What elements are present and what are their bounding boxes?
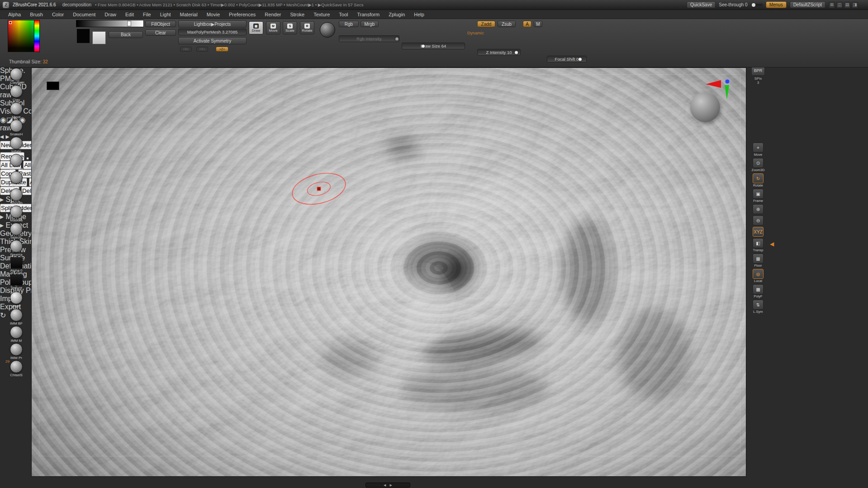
dock-item[interactable]: Inflate xyxy=(4,137,28,154)
symmetry-x-button[interactable]: >X< xyxy=(180,47,192,52)
alpha-quick-button[interactable]: A xyxy=(523,21,531,27)
ramp-marker[interactable] xyxy=(127,21,131,26)
color-picker[interactable] xyxy=(8,20,40,52)
dock-item[interactable]: Move xyxy=(4,102,28,120)
dock-item[interactable]: Clay xyxy=(4,85,28,102)
menu-item[interactable]: Brush xyxy=(30,12,43,17)
rotate-viewport-icon[interactable]: ↻ xyxy=(753,173,764,183)
dynamic-mode-label[interactable]: Dynamic xyxy=(467,30,484,35)
mrgb-button[interactable]: Mrgb xyxy=(360,21,379,27)
axis-gizmo[interactable] xyxy=(705,76,734,105)
maxpoly-slider[interactable]: MaxPolyPerMesh 3.27085 xyxy=(178,29,247,35)
viewport-canvas[interactable] xyxy=(31,67,746,477)
hue-bar[interactable] xyxy=(34,20,39,52)
draw-size-slider[interactable]: Draw Size 64 xyxy=(402,43,465,49)
menu-item[interactable]: Transform xyxy=(357,12,379,17)
dock-item[interactable]: IMM Pr xyxy=(4,343,28,360)
dock-item[interactable]: Smooth xyxy=(4,188,28,206)
nav-button[interactable]: ⊖ xyxy=(751,215,765,225)
dock-item[interactable]: SelectL xyxy=(4,223,28,240)
dock-item[interactable]: ClayBui xyxy=(4,68,28,85)
scale-mode-button[interactable]: S Scale xyxy=(283,21,297,34)
nav-button[interactable]: XYZ xyxy=(751,227,765,237)
dock-item[interactable]: FreeHa xyxy=(4,240,28,257)
nav-button[interactable]: ⇅ L.Sym xyxy=(751,300,765,314)
focal-shift-slider[interactable]: Focal Shift 0 xyxy=(547,56,587,62)
dock-item[interactable]: MaskLa xyxy=(4,206,28,223)
default-zscript-button[interactable]: DefaultZScript xyxy=(790,1,825,8)
split-view-icon[interactable]: ◫ xyxy=(836,2,843,8)
scroll-left-icon[interactable]: ◀ xyxy=(384,483,386,487)
dock-item[interactable]: SnakeH xyxy=(4,120,28,137)
menu-item[interactable]: Draw xyxy=(104,12,116,17)
menu-item[interactable]: Zplugin xyxy=(389,12,405,17)
material-quick-button[interactable]: M xyxy=(534,21,542,27)
scroll-right-icon[interactable]: ▶ xyxy=(390,483,392,487)
local-transform-icon[interactable]: ◎ xyxy=(753,269,764,279)
quicksave-button[interactable]: QuickSave xyxy=(687,1,716,8)
menu-item[interactable]: Alpha xyxy=(8,12,21,17)
menu-item[interactable]: Light xyxy=(160,12,171,17)
menu-item[interactable]: Help xyxy=(414,12,424,17)
menu-item[interactable]: Material xyxy=(180,12,198,17)
symmetry-z-button[interactable]: >Z< xyxy=(216,47,228,52)
current-material-thumbnail[interactable] xyxy=(320,22,335,38)
rgb-button[interactable]: Rgb xyxy=(339,21,359,27)
panes-icon[interactable]: ⊞ xyxy=(829,2,835,8)
shade-icon[interactable]: ◨ xyxy=(852,2,858,8)
lightbox-projects-button[interactable]: Lightbox▶Projects xyxy=(178,20,247,28)
zadd-button[interactable]: Zadd xyxy=(477,21,495,27)
nav-button[interactable]: ▣ Frame xyxy=(751,189,765,203)
zsub-button[interactable]: Zsub xyxy=(498,21,516,27)
zoom-in-icon[interactable]: ⊕ xyxy=(753,204,764,214)
see-through-slider[interactable] xyxy=(751,4,763,6)
menus-button[interactable]: Menus xyxy=(766,1,787,8)
tray-divider-arrow-icon[interactable]: ◀ xyxy=(770,241,774,247)
dock-item[interactable]: Alpha 0 xyxy=(4,257,28,274)
move-viewport-icon[interactable]: + xyxy=(753,143,764,153)
switch-color-back-button[interactable]: Back xyxy=(109,31,143,38)
zoom-out-icon[interactable]: ⊖ xyxy=(753,215,764,225)
nav-button[interactable]: + Move xyxy=(751,143,765,157)
nav-button[interactable]: ▦ Floor xyxy=(751,254,765,268)
polyframe-icon[interactable]: ▩ xyxy=(753,284,764,294)
menu-item[interactable]: Tool xyxy=(339,12,348,17)
scroll-left-icon[interactable]: ◂ xyxy=(0,133,4,140)
menu-item[interactable]: Document xyxy=(73,12,95,17)
dock-item[interactable]: DamSta xyxy=(4,154,28,171)
fill-object-button[interactable]: FillObject xyxy=(145,21,176,27)
nav-button[interactable]: ⊙ Zoom3D xyxy=(751,158,765,172)
menu-item[interactable]: Edit xyxy=(125,12,134,17)
canvas-scrollbar[interactable]: ◀ ▶ xyxy=(365,483,410,488)
xyz-axis-icon[interactable]: XYZ xyxy=(753,227,764,237)
menu-item[interactable]: Stroke xyxy=(290,12,304,17)
alt-color-swatch[interactable] xyxy=(92,31,106,44)
nav-button[interactable]: ⊕ xyxy=(751,204,765,214)
dock-item[interactable]: IMM M xyxy=(4,326,28,343)
floor-grid-icon[interactable]: ▦ xyxy=(753,254,764,263)
activate-symmetry-button[interactable]: Activate Symmetry xyxy=(178,37,247,44)
frame-icon[interactable]: ▣ xyxy=(753,189,764,199)
nav-button[interactable]: ↻ Rotate xyxy=(751,173,765,187)
dock-item[interactable]: Paint xyxy=(4,171,28,188)
z-intensity-slider[interactable]: Z Intensity 10 xyxy=(477,49,521,56)
nav-button[interactable]: ◎ Local xyxy=(751,269,765,283)
menu-item[interactable]: Preferences xyxy=(229,12,256,17)
menu-item[interactable]: Color xyxy=(52,12,64,17)
menu-item[interactable]: Movie xyxy=(207,12,220,17)
transparency-icon[interactable]: ◧ xyxy=(753,238,764,248)
zoom3d-icon[interactable]: ⊙ xyxy=(753,158,764,168)
slider-handle[interactable] xyxy=(752,3,755,7)
dock-item[interactable]: Texture xyxy=(4,274,28,292)
menu-item[interactable]: Render xyxy=(265,12,281,17)
rgb-intensity-slider[interactable]: Rgb Intensity xyxy=(339,35,399,42)
local-symmetry-icon[interactable]: ⇅ xyxy=(753,300,764,310)
layout-icon[interactable]: ▤ xyxy=(844,2,850,8)
clear-button[interactable]: Clear xyxy=(145,29,176,36)
symmetry-y-button[interactable]: >Y< xyxy=(196,47,208,52)
gradient-ramp[interactable] xyxy=(76,20,144,27)
dock-item[interactable]: IMM BF xyxy=(4,309,28,326)
dock-item[interactable]: Blinn xyxy=(4,292,28,309)
dock-item[interactable]: 29 ChiselS xyxy=(4,360,28,378)
menu-item[interactable]: File xyxy=(143,12,151,17)
